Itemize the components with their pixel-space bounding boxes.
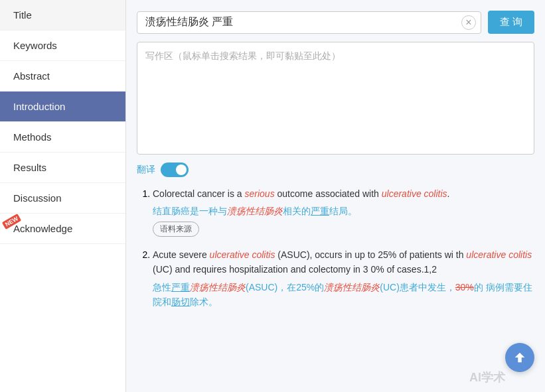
sidebar-item-label: Keywords — [13, 40, 57, 51]
italic-ulcerative-colitis-1: ulcerative colitis — [382, 188, 447, 199]
sidebar-item-label: Acknowledge — [13, 223, 72, 234]
result-en-1[interactable]: Colorectal cancer is a serious outcome a… — [153, 186, 534, 201]
clear-button[interactable]: × — [461, 15, 476, 30]
zh-acute-severe: 严重 — [171, 282, 190, 293]
italic-uc-2: ulcerative colitis — [466, 249, 532, 260]
sidebar-item-label: Introduction — [13, 101, 65, 112]
sidebar-item-discussion[interactable]: Discussion — [0, 183, 125, 214]
sidebar-item-label: Results — [13, 162, 46, 173]
sidebar-item-acknowledge[interactable]: NEW Acknowledge — [0, 214, 125, 244]
search-input-wrapper: × — [137, 11, 481, 34]
sidebar-item-abstract[interactable]: Abstract — [0, 61, 125, 92]
italic-serious: serious — [245, 188, 275, 199]
translate-row: 翻译 — [137, 163, 534, 177]
result-zh-1[interactable]: 结直肠癌是一种与溃疡性结肠炎相关的严重结局。 — [153, 204, 534, 218]
zh-italic-1: 溃疡性结肠炎 — [227, 206, 283, 216]
writing-area-placeholder: 写作区（鼠标单击搜索结果，即可黏贴至此处） — [145, 50, 341, 61]
search-button[interactable]: 查 询 — [488, 11, 534, 34]
search-input[interactable] — [137, 11, 481, 34]
sidebar-item-introduction[interactable]: Introduction — [0, 92, 125, 122]
sidebar-item-label: Abstract — [13, 70, 50, 82]
result-item-2: Acute severe ulcerative colitis (ASUC), … — [153, 247, 534, 310]
sidebar-item-label: Title — [13, 9, 32, 21]
arrow-up-icon — [512, 350, 527, 365]
result-zh-2[interactable]: 急性严重溃疡性结肠炎(ASUC)，在25%的溃疡性结肠炎(UC)患者中发生，30… — [153, 280, 534, 310]
sidebar-item-label: Discussion — [13, 192, 62, 204]
close-icon: × — [465, 17, 471, 29]
zh-underline-1: 严重 — [311, 206, 329, 216]
writing-area[interactable]: 写作区（鼠标单击搜索结果，即可黏贴至此处） — [137, 42, 534, 155]
zh-strikethrough: 30% — [455, 282, 474, 293]
watermark: AI学术 — [469, 369, 505, 385]
zh-italic-2: 溃疡性结肠炎 — [190, 282, 246, 293]
zh-colectomy: 肠切 — [171, 296, 190, 307]
main-content: × 查 询 写作区（鼠标单击搜索结果，即可黏贴至此处） 翻译 Colorecta… — [126, 0, 545, 392]
search-button-label: 查 询 — [500, 16, 522, 27]
result-item-1: Colorectal cancer is a serious outcome a… — [153, 186, 534, 237]
sidebar-item-keywords[interactable]: Keywords — [0, 31, 125, 61]
sidebar-item-label: Methods — [13, 131, 52, 143]
italic-uc-1: ulcerative colitis — [210, 249, 275, 260]
sidebar-item-results[interactable]: Results — [0, 153, 125, 183]
results-list: Colorectal cancer is a serious outcome a… — [137, 186, 534, 309]
sidebar: Title Keywords Abstract Introduction Met… — [0, 0, 126, 392]
source-tag-1[interactable]: 语料来源 — [153, 222, 199, 237]
result-en-2[interactable]: Acute severe ulcerative colitis (ASUC), … — [153, 247, 534, 277]
search-bar: × 查 询 — [137, 11, 534, 34]
scroll-up-button[interactable] — [505, 343, 534, 372]
zh-italic-3: 溃疡性结肠炎 — [324, 282, 380, 293]
sidebar-item-methods[interactable]: Methods — [0, 122, 125, 153]
sidebar-item-title[interactable]: Title — [0, 0, 125, 31]
translate-toggle[interactable] — [161, 163, 189, 177]
translate-label: 翻译 — [137, 164, 155, 176]
